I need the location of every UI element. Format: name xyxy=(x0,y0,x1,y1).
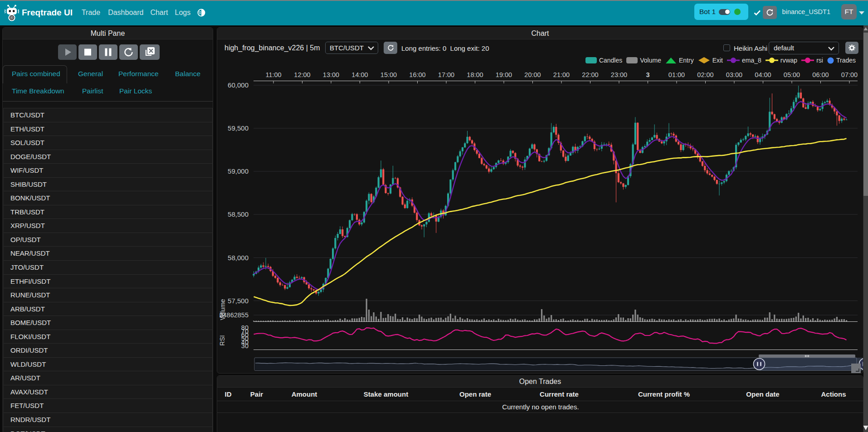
svg-text:02:00: 02:00 xyxy=(697,71,713,78)
svg-text:58,500: 58,500 xyxy=(228,210,249,218)
svg-text:30: 30 xyxy=(241,342,249,349)
svg-text:19:00: 19:00 xyxy=(496,71,512,78)
svg-text:11:00: 11:00 xyxy=(265,71,281,78)
svg-text:03:00: 03:00 xyxy=(726,71,742,78)
svg-text:RSI: RSI xyxy=(219,335,226,345)
svg-text:14:00: 14:00 xyxy=(351,71,368,78)
svg-text:59,500: 59,500 xyxy=(228,124,249,132)
svg-text:57,500: 57,500 xyxy=(228,297,249,305)
svg-text:23:00: 23:00 xyxy=(611,71,627,78)
svg-text:59,000: 59,000 xyxy=(228,167,249,175)
svg-text:60,000: 60,000 xyxy=(228,81,249,89)
svg-text:21:00: 21:00 xyxy=(553,71,570,78)
svg-text:05:00: 05:00 xyxy=(784,71,800,78)
svg-text:12:00: 12:00 xyxy=(294,71,310,78)
svg-text:16:00: 16:00 xyxy=(409,71,425,78)
svg-text:01:00: 01:00 xyxy=(668,71,685,78)
svg-text:22:00: 22:00 xyxy=(582,71,598,78)
svg-text:13:00: 13:00 xyxy=(323,71,339,78)
svg-text:07:00: 07:00 xyxy=(841,71,858,78)
svg-text:24862855: 24862855 xyxy=(219,311,249,319)
svg-text:3: 3 xyxy=(646,71,649,78)
svg-text:0: 0 xyxy=(219,312,223,319)
svg-text:17:00: 17:00 xyxy=(438,71,454,78)
svg-text:20:00: 20:00 xyxy=(524,71,541,78)
svg-text:06:00: 06:00 xyxy=(812,71,829,78)
svg-text:04:00: 04:00 xyxy=(755,71,771,78)
svg-text:58,000: 58,000 xyxy=(228,254,249,262)
svg-text:15:00: 15:00 xyxy=(380,71,397,78)
svg-text:18:00: 18:00 xyxy=(467,71,483,78)
